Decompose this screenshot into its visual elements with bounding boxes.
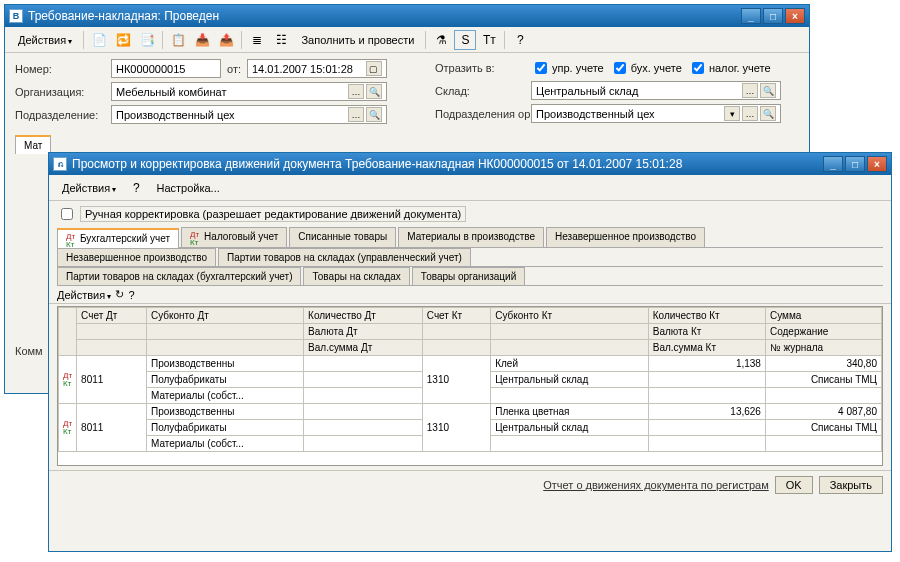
sklad-select-icon[interactable]: … <box>742 83 758 98</box>
podorg-label: Подразделения организации: <box>435 108 525 120</box>
podorg-select-icon[interactable]: … <box>742 106 758 121</box>
mv-toolbar: Действия ? Настройка... <box>49 175 891 201</box>
mv-close-button[interactable]: × <box>867 156 887 172</box>
ok-button[interactable]: OK <box>775 476 813 494</box>
podorg-drop-icon[interactable]: ▾ <box>724 106 740 121</box>
toolbar-btn-4[interactable]: 📋 <box>167 30 189 50</box>
date-input[interactable]: 14.01.2007 15:01:28 ▢ <box>247 59 387 78</box>
mv-minimize-button[interactable]: _ <box>823 156 843 172</box>
toolbar-btn-1[interactable]: 📄 <box>88 30 110 50</box>
entries-grid[interactable]: Счет Дт Субконто Дт Количество Дт Счет К… <box>57 306 883 466</box>
pod-label: Подразделение: <box>15 109 105 121</box>
toolbar-btn-7[interactable]: ≣ <box>246 30 268 50</box>
sklad-input[interactable]: Центральный склад … 🔍 <box>531 81 781 100</box>
pod-select-icon[interactable]: … <box>348 107 364 122</box>
date-picker-icon[interactable]: ▢ <box>366 61 382 76</box>
col-subk-kt[interactable]: Субконто Кт <box>491 308 649 324</box>
toolbar-btn-11[interactable]: Tт <box>478 30 500 50</box>
dtkt-row-icon: ДтКт <box>63 372 72 388</box>
mv-footer: Отчет о движениях документа по регистрам… <box>49 470 891 499</box>
toolbar-btn-8[interactable]: ☷ <box>270 30 292 50</box>
manual-edit-checkbox[interactable] <box>61 208 73 220</box>
close-button[interactable]: × <box>785 8 805 24</box>
sklad-label: Склад: <box>435 85 525 97</box>
movements-window: ⎌ Просмотр и корректировка движений доку… <box>48 152 892 552</box>
tab-tov-org[interactable]: Товары организаций <box>412 267 525 285</box>
toolbar-btn-2[interactable]: 🔁 <box>112 30 134 50</box>
col-valsum-dt[interactable]: Вал.сумма Дт <box>304 340 423 356</box>
sklad-search-icon[interactable]: 🔍 <box>760 83 776 98</box>
col-val-kt[interactable]: Валюта Кт <box>648 324 765 340</box>
upr-checkbox[interactable]: упр. учете <box>531 59 604 77</box>
mv-app-icon: ⎌ <box>53 157 67 171</box>
mv-titlebar[interactable]: ⎌ Просмотр и корректировка движений доку… <box>49 153 891 175</box>
minimize-button[interactable]: _ <box>741 8 761 24</box>
maximize-button[interactable]: □ <box>763 8 783 24</box>
reflect-label: Отразить в: <box>435 62 525 74</box>
tab-part-upr[interactable]: Партии товаров на складах (управленчески… <box>218 248 471 266</box>
toolbar-btn-6[interactable]: 📤 <box>215 30 237 50</box>
tab-mat-proizv[interactable]: Материалы в производстве <box>398 227 544 247</box>
help-icon[interactable]: ? <box>125 178 147 198</box>
actions-menu[interactable]: Действия <box>11 31 79 49</box>
window-title: Требование-накладная: Проведен <box>28 9 741 23</box>
settings-button[interactable]: Настройка... <box>149 179 226 197</box>
grid-help-icon[interactable]: ? <box>128 289 134 301</box>
form-area: Номер: НК000000015 от: 14.01.2007 15:01:… <box>5 53 809 160</box>
dtkt-icon-2: ДтКт <box>190 231 202 243</box>
col-sod[interactable]: Содержание <box>765 324 881 340</box>
from-label: от: <box>227 63 241 75</box>
org-input[interactable]: Мебельный комбинат … 🔍 <box>111 82 387 101</box>
mv-actions-menu[interactable]: Действия <box>55 179 123 197</box>
org-label: Организация: <box>15 86 105 98</box>
grid-refresh-icon[interactable]: ↻ <box>115 288 124 301</box>
col-val-dt[interactable]: Валюта Дт <box>304 324 423 340</box>
tab-spis[interactable]: Списанные товары <box>289 227 396 247</box>
tab-nezav2[interactable]: Незавершенное производство <box>57 248 216 266</box>
pod-search-icon[interactable]: 🔍 <box>366 107 382 122</box>
mv-window-title: Просмотр и корректировка движений докуме… <box>72 157 823 171</box>
help-button[interactable]: ? <box>509 30 531 50</box>
tab-nal[interactable]: ДтКтНалоговый учет <box>181 227 287 247</box>
tab-tov-skl[interactable]: Товары на складах <box>303 267 409 285</box>
manual-edit-label: Ручная корректировка (разрешает редактир… <box>80 206 466 222</box>
col-jur[interactable]: № журнала <box>765 340 881 356</box>
comment-label: Комм <box>15 345 43 357</box>
nal-checkbox[interactable]: налог. учете <box>688 59 771 77</box>
grid-actions-menu[interactable]: Действия <box>57 289 111 301</box>
toolbar-btn-5[interactable]: 📥 <box>191 30 213 50</box>
col-summa[interactable]: Сумма <box>765 308 881 324</box>
table-row[interactable]: ДтКт 8011 Производственны 1310 Клей 1,13… <box>59 356 882 372</box>
col-subk-dt[interactable]: Субконто Дт <box>146 308 303 324</box>
number-input[interactable]: НК000000015 <box>111 59 221 78</box>
dtkt-icon: ДтКт <box>66 233 78 245</box>
col-valsum-kt[interactable]: Вал.сумма Кт <box>648 340 765 356</box>
tab-mat[interactable]: Мат <box>15 135 51 154</box>
close-footer-button[interactable]: Закрыть <box>819 476 883 494</box>
table-row[interactable]: ДтКт 8011 Производственны 1310 Пленка цв… <box>59 404 882 420</box>
number-label: Номер: <box>15 63 105 75</box>
col-kol-dt[interactable]: Количество Дт <box>304 308 423 324</box>
toolbar: Действия 📄 🔁 📑 📋 📥 📤 ≣ ☷ Заполнить и про… <box>5 27 809 53</box>
toolbar-btn-3[interactable]: 📑 <box>136 30 158 50</box>
tab-part-buh[interactable]: Партии товаров на складах (бухгалтерский… <box>57 267 301 285</box>
mv-maximize-button[interactable]: □ <box>845 156 865 172</box>
grid-toolbar: Действия ↻ ? <box>49 286 891 304</box>
fill-post-button[interactable]: Заполнить и провести <box>294 31 421 49</box>
app-icon: В <box>9 9 23 23</box>
pod-input[interactable]: Производственный цех … 🔍 <box>111 105 387 124</box>
org-search-icon[interactable]: 🔍 <box>366 84 382 99</box>
buh-checkbox[interactable]: бух. учете <box>610 59 682 77</box>
podorg-input[interactable]: Производственный цех ▾ … 🔍 <box>531 104 781 123</box>
toolbar-btn-9[interactable]: ⚗ <box>430 30 452 50</box>
tab-buh[interactable]: ДтКтБухгалтерский учет <box>57 228 179 248</box>
podorg-search-icon[interactable]: 🔍 <box>760 106 776 121</box>
col-schet-dt[interactable]: Счет Дт <box>77 308 147 324</box>
col-schet-kt[interactable]: Счет Кт <box>422 308 490 324</box>
toolbar-btn-10[interactable]: S <box>454 30 476 50</box>
tab-nezav1[interactable]: Незавершенное производство <box>546 227 705 247</box>
col-kol-kt[interactable]: Количество Кт <box>648 308 765 324</box>
titlebar[interactable]: В Требование-накладная: Проведен _ □ × <box>5 5 809 27</box>
report-link[interactable]: Отчет о движениях документа по регистрам <box>543 479 769 491</box>
org-select-icon[interactable]: … <box>348 84 364 99</box>
